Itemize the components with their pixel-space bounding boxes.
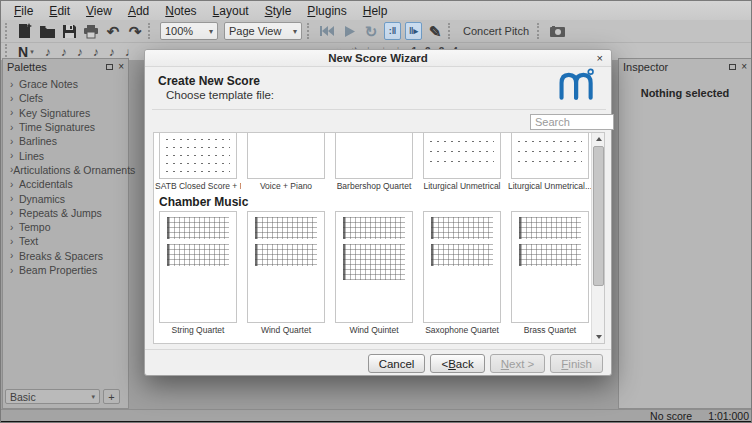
- open-file-icon[interactable]: [37, 22, 57, 40]
- print-icon[interactable]: [81, 22, 101, 40]
- thirtysecond-note-icon[interactable]: ♪: [61, 45, 67, 59]
- template-search-input[interactable]: [530, 114, 614, 130]
- palette-item-accidentals[interactable]: ›Accidentals: [3, 177, 128, 191]
- palette-item-time-signatures[interactable]: ›Time Signatures: [3, 120, 128, 134]
- menu-layout[interactable]: Layout: [206, 3, 256, 19]
- close-panel-icon[interactable]: ×: [741, 62, 747, 72]
- close-panel-icon[interactable]: ×: [118, 62, 124, 72]
- chevron-right-icon: ›: [10, 236, 19, 247]
- template-card-liturgical-unmetrical-2[interactable]: [511, 132, 589, 179]
- play-repeats-toggle[interactable]: :‖: [384, 22, 401, 40]
- dialog-title: New Score Wizard: [328, 52, 428, 64]
- chevron-right-icon: ›: [10, 179, 19, 190]
- menu-help[interactable]: Help: [356, 3, 395, 19]
- metronome-icon[interactable]: ✎: [425, 22, 445, 40]
- menu-edit[interactable]: Edit: [42, 3, 77, 19]
- template-card-saxophone-quartet[interactable]: [423, 211, 501, 323]
- palette-item-text[interactable]: ›Text: [3, 234, 128, 248]
- template-label: String Quartet: [155, 325, 241, 335]
- template-card-barbershop-quartet[interactable]: [335, 132, 413, 179]
- menu-notes[interactable]: Notes: [158, 3, 203, 19]
- image-capture-icon[interactable]: [547, 22, 567, 40]
- palettes-titlebar: Palettes ×: [3, 59, 128, 74]
- float-panel-icon[interactable]: [106, 64, 113, 70]
- palette-preset-select[interactable]: Basic ▾: [5, 389, 100, 404]
- redo-icon[interactable]: ↷: [125, 22, 145, 40]
- sixtyfourth-note-icon[interactable]: ♪: [45, 45, 51, 59]
- template-list-scrollbar[interactable]: [591, 133, 604, 343]
- palette-item-articulations[interactable]: ›Articulations & Ornaments: [3, 163, 128, 177]
- palette-item-repeats-jumps[interactable]: ›Repeats & Jumps: [3, 206, 128, 220]
- toolbar-drag-handle[interactable]: [537, 23, 542, 39]
- status-score-label: No score: [650, 410, 692, 422]
- menu-style[interactable]: Style: [258, 3, 299, 19]
- dialog-titlebar[interactable]: New Score Wizard ×: [145, 50, 611, 67]
- half-note-icon[interactable]: ♩: [125, 45, 137, 59]
- palette-item-tempo[interactable]: ›Tempo: [3, 220, 128, 234]
- scroll-up-icon[interactable]: [593, 133, 604, 145]
- scrollbar-thumb[interactable]: [593, 146, 604, 286]
- dialog-separator: [152, 109, 606, 110]
- template-label: Barbershop Quartet: [331, 181, 417, 191]
- palette-item-clefs[interactable]: ›Clefs: [3, 91, 128, 105]
- menu-view[interactable]: View: [79, 3, 119, 19]
- palette-item-grace-notes[interactable]: ›Grace Notes: [3, 77, 128, 91]
- palette-item-key-signatures[interactable]: ›Key Signatures: [3, 106, 128, 120]
- chevron-right-icon: ›: [10, 93, 19, 104]
- musescore-logo: [557, 68, 597, 103]
- finish-button[interactable]: Finish: [550, 354, 603, 373]
- pan-score-toggle[interactable]: ‖▸: [405, 22, 422, 40]
- template-label: Voice + Piano: [243, 181, 329, 191]
- template-card-wind-quintet[interactable]: [335, 211, 413, 323]
- next-button[interactable]: Next >: [490, 354, 546, 373]
- concert-pitch-button[interactable]: Concert Pitch: [457, 25, 535, 37]
- quarter-note-icon[interactable]: ♪: [109, 45, 115, 59]
- template-card-brass-quartet[interactable]: [511, 211, 589, 323]
- chevron-down-icon: ▾: [287, 27, 297, 36]
- menu-file[interactable]: File: [7, 3, 40, 19]
- palette-item-beam-properties[interactable]: ›Beam Properties: [3, 263, 128, 277]
- scroll-down-icon[interactable]: [593, 331, 604, 343]
- template-label: Wind Quintet: [331, 325, 417, 335]
- new-score-icon[interactable]: [15, 22, 35, 40]
- template-card-voice-piano[interactable]: [247, 132, 325, 179]
- chevron-down-icon: ▾: [203, 27, 213, 36]
- template-label: Liturgical Unmetrical: [419, 181, 505, 191]
- palette-item-lines[interactable]: ›Lines: [3, 148, 128, 162]
- play-icon[interactable]: [339, 22, 359, 40]
- template-card-satb-closed-score-piano[interactable]: [159, 132, 237, 179]
- template-card-wind-quartet[interactable]: [247, 211, 325, 323]
- toolbar-drag-handle[interactable]: [448, 23, 453, 39]
- chevron-down-icon: ▾: [91, 393, 95, 401]
- palettes-title: Palettes: [7, 61, 47, 73]
- view-mode-select[interactable]: Page View ▾: [224, 22, 302, 40]
- rewind-icon[interactable]: [317, 22, 337, 40]
- cancel-button[interactable]: Cancel: [368, 354, 426, 373]
- template-card-liturgical-unmetrical[interactable]: [423, 132, 501, 179]
- template-card-string-quartet[interactable]: [159, 211, 237, 323]
- inspector-panel: Inspector × Nothing selected: [618, 58, 752, 409]
- inspector-titlebar: Inspector ×: [619, 59, 751, 74]
- chevron-down-icon[interactable]: ▾: [30, 48, 34, 56]
- zoom-value: 100%: [165, 25, 193, 37]
- save-icon[interactable]: [59, 22, 79, 40]
- palette-item-barlines[interactable]: ›Barlines: [3, 134, 128, 148]
- palette-item-breaks-spacers[interactable]: ›Breaks & Spacers: [3, 249, 128, 263]
- float-panel-icon[interactable]: [729, 64, 736, 70]
- menu-add[interactable]: Add: [121, 3, 156, 19]
- palette-item-dynamics[interactable]: ›Dynamics: [3, 191, 128, 205]
- eighth-note-icon[interactable]: ♪: [93, 45, 99, 59]
- back-button[interactable]: < Back: [430, 354, 484, 373]
- loop-playback-icon[interactable]: ↻: [361, 22, 381, 40]
- chevron-right-icon: ›: [10, 250, 19, 261]
- toolbar-drag-handle[interactable]: [5, 23, 10, 39]
- zoom-select[interactable]: 100% ▾: [160, 22, 218, 40]
- undo-icon[interactable]: ↶: [103, 22, 123, 40]
- toolbar-drag-handle[interactable]: [148, 23, 153, 39]
- sixteenth-note-icon[interactable]: ♪: [77, 45, 83, 59]
- add-palette-button[interactable]: +: [103, 389, 120, 404]
- dialog-close-icon[interactable]: ×: [597, 52, 603, 64]
- toolbar-drag-handle[interactable]: [307, 23, 312, 39]
- palette-list: ›Grace Notes ›Clefs ›Key Signatures ›Tim…: [3, 77, 128, 277]
- menu-plugins[interactable]: Plugins: [300, 3, 353, 19]
